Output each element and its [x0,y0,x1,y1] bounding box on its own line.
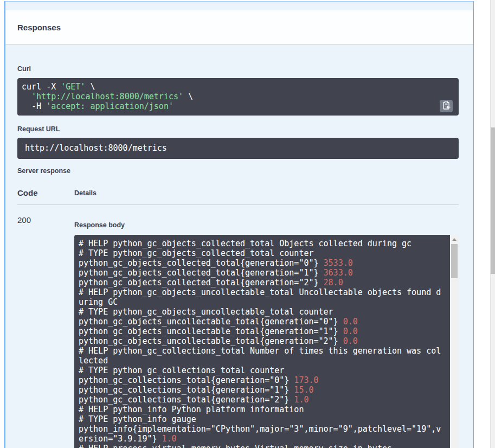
code-line: python_info{implementation="CPython",maj… [79,424,448,434]
scrollbar-up-icon[interactable] [452,238,457,241]
page-scrollbar-thumb[interactable] [491,127,495,274]
curl-command-block: curl -X 'GET' \ 'http://localhost:8000/m… [17,78,459,116]
code-line: ersion="3.9.19"} 1.0 [79,434,448,444]
code-line: # TYPE python_gc_objects_uncollectable_t… [79,307,448,317]
response-body-container[interactable]: # HELP python_gc_objects_collected_total… [74,235,459,448]
code-line: # HELP python_info Python platform infor… [79,405,448,414]
code-line: 'http://localhost:8000/metrics' \ [22,92,454,101]
code-line: # TYPE python_gc_collections_total count… [79,366,448,375]
code-line: lected [79,356,448,366]
code-line: python_gc_objects_collected_total{genera… [79,268,448,278]
code-line: # TYPE python_info gauge [79,414,448,424]
status-code: 200 [17,205,74,448]
server-response-label: Server response [17,167,459,175]
code-line: # HELP process_virtual_memory_bytes Virt… [79,444,448,448]
responses-section-header: Responses [5,10,473,44]
details-column-header: Details [74,188,459,197]
code-line: # HELP python_gc_objects_uncollectable_t… [79,287,448,297]
response-body-block: # HELP python_gc_objects_collected_total… [74,235,459,448]
curl-label: Curl [17,65,459,73]
request-url-value: http://localhost:8000/metrics [17,138,459,159]
copy-to-clipboard-button[interactable] [440,100,453,112]
page-scrollbar[interactable] [490,0,495,448]
code-line: python_gc_collections_total{generation="… [79,395,448,405]
request-url-label: Request URL [17,125,459,133]
response-body-label: Response body [74,205,459,229]
response-body-scrollbar[interactable] [450,235,459,448]
server-response-table: Code Details 200 Response body # HELP py… [17,188,459,448]
code-line: # TYPE python_gc_objects_collected_total… [79,248,448,258]
operation-body: Curl curl -X 'GET' \ 'http://localhost:8… [5,65,473,448]
operation-block: Responses Curl curl -X 'GET' \ 'http://l… [4,1,474,448]
code-line: python_gc_collections_total{generation="… [79,375,448,385]
curl-command-container: curl -X 'GET' \ 'http://localhost:8000/m… [17,78,459,116]
code-line: python_gc_objects_collected_total{genera… [79,278,448,287]
code-line: python_gc_objects_collected_total{genera… [79,258,448,268]
response-details-cell: Response body # HELP python_gc_objects_c… [74,205,459,448]
code-line: uring GC [79,297,448,307]
code-line: python_gc_objects_uncollectable_total{ge… [79,317,448,327]
code-line: python_gc_objects_uncollectable_total{ge… [79,327,448,336]
code-column-header: Code [17,188,74,197]
response-table-header: Code Details [17,188,459,205]
response-row-200: 200 Response body # HELP python_gc_objec… [17,205,459,448]
clipboard-icon [442,101,451,111]
code-line: python_gc_collections_total{generation="… [79,385,448,395]
code-line: -H 'accept: application/json' [22,101,454,111]
code-line: # HELP python_gc_collections_total Numbe… [79,346,448,356]
response-scrollbar-thumb[interactable] [451,244,458,278]
code-line: curl -X 'GET' \ [22,82,454,92]
code-line: python_gc_objects_uncollectable_total{ge… [79,336,448,346]
code-line: # HELP python_gc_objects_collected_total… [79,239,448,248]
responses-section-title: Responses [17,23,61,32]
